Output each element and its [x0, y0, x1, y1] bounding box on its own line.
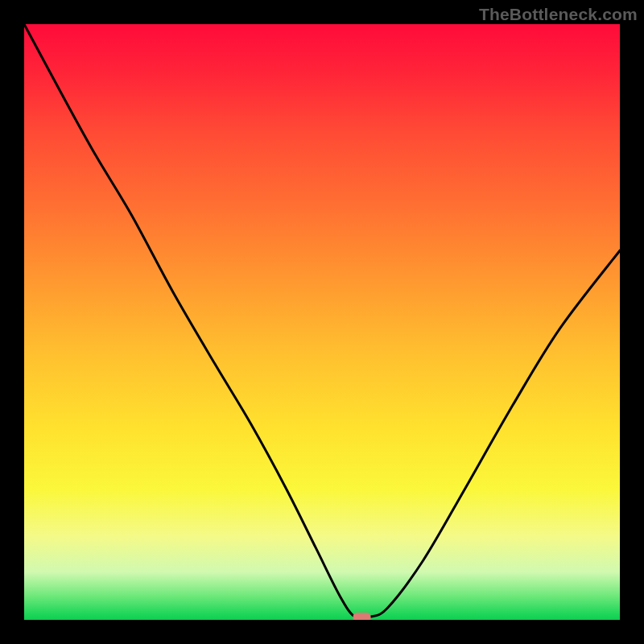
- bottleneck-curve: [24, 24, 620, 619]
- optimal-marker: [353, 613, 371, 620]
- chart-frame: TheBottleneck.com: [0, 0, 644, 644]
- watermark-text: TheBottleneck.com: [479, 5, 638, 24]
- plot-area: [24, 24, 620, 620]
- bottleneck-curve-svg: [24, 24, 620, 620]
